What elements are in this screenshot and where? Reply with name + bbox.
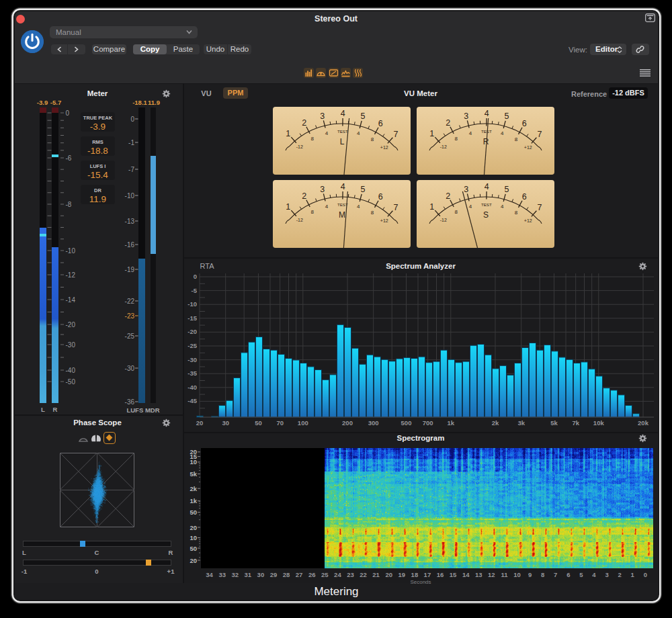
svg-text:5: 5 bbox=[505, 185, 509, 194]
svg-text:19: 19 bbox=[398, 571, 406, 578]
svg-text:4: 4 bbox=[341, 109, 345, 118]
svg-text:+12: +12 bbox=[380, 145, 388, 150]
svg-text:8: 8 bbox=[515, 210, 518, 216]
svg-text:-13: -13 bbox=[125, 218, 135, 225]
svg-text:5: 5 bbox=[579, 571, 583, 578]
svg-text:-20: -20 bbox=[66, 321, 76, 328]
svg-text:-8: -8 bbox=[66, 201, 72, 208]
svg-text:S: S bbox=[483, 210, 489, 220]
svg-text:+12: +12 bbox=[524, 218, 532, 223]
svg-text:6: 6 bbox=[378, 192, 383, 202]
svg-text:-40: -40 bbox=[187, 384, 197, 391]
svg-text:14: 14 bbox=[462, 571, 470, 578]
svg-text:1k: 1k bbox=[448, 419, 455, 427]
svg-text:300: 300 bbox=[368, 419, 379, 427]
svg-text:-12: -12 bbox=[440, 144, 447, 149]
svg-text:1: 1 bbox=[286, 202, 290, 212]
svg-text:7: 7 bbox=[538, 203, 542, 212]
svg-text:27: 27 bbox=[296, 571, 303, 578]
svg-text:22: 22 bbox=[360, 571, 367, 578]
svg-text:4: 4 bbox=[357, 130, 360, 136]
svg-text:15: 15 bbox=[450, 571, 457, 578]
svg-text:4: 4 bbox=[501, 204, 504, 210]
svg-text:24: 24 bbox=[334, 571, 341, 578]
svg-text:4: 4 bbox=[592, 571, 596, 578]
svg-text:7: 7 bbox=[394, 203, 398, 212]
svg-text:4: 4 bbox=[341, 182, 345, 191]
svg-text:33: 33 bbox=[218, 571, 226, 578]
svg-text:2: 2 bbox=[302, 118, 306, 128]
svg-text:32: 32 bbox=[231, 571, 239, 578]
svg-text:4: 4 bbox=[469, 204, 472, 210]
svg-text:21: 21 bbox=[372, 571, 380, 578]
svg-text:20: 20 bbox=[196, 419, 204, 427]
svg-text:-22: -22 bbox=[125, 298, 135, 305]
svg-text:4: 4 bbox=[325, 204, 329, 210]
svg-text:200: 200 bbox=[342, 419, 353, 427]
svg-text:3: 3 bbox=[320, 185, 325, 194]
svg-text:26: 26 bbox=[308, 571, 316, 578]
svg-text:2k: 2k bbox=[492, 419, 499, 427]
svg-text:-12: -12 bbox=[440, 218, 447, 222]
svg-text:10: 10 bbox=[513, 571, 521, 578]
svg-text:4: 4 bbox=[325, 130, 329, 136]
svg-text:50: 50 bbox=[255, 419, 262, 427]
svg-text:-1: -1 bbox=[128, 139, 134, 146]
svg-text:20: 20 bbox=[190, 524, 197, 531]
svg-text:+12: +12 bbox=[380, 218, 388, 223]
svg-text:20k: 20k bbox=[638, 419, 649, 427]
svg-text:8: 8 bbox=[310, 136, 314, 142]
svg-text:28: 28 bbox=[283, 571, 290, 578]
svg-text:2: 2 bbox=[302, 191, 306, 201]
svg-text:17: 17 bbox=[424, 571, 431, 578]
svg-text:1: 1 bbox=[429, 129, 434, 138]
svg-text:8: 8 bbox=[541, 571, 544, 578]
svg-text:-5: -5 bbox=[192, 287, 198, 294]
svg-text:TEST: TEST bbox=[481, 129, 492, 134]
svg-text:8: 8 bbox=[454, 209, 458, 215]
svg-text:2k: 2k bbox=[190, 485, 197, 492]
svg-text:20: 20 bbox=[385, 571, 392, 578]
svg-text:4: 4 bbox=[485, 182, 489, 191]
svg-text:8: 8 bbox=[371, 136, 374, 142]
svg-text:+12: +12 bbox=[524, 145, 532, 150]
svg-text:31: 31 bbox=[245, 571, 252, 578]
svg-text:13: 13 bbox=[475, 571, 482, 578]
svg-text:3: 3 bbox=[464, 112, 468, 121]
svg-text:-10: -10 bbox=[66, 247, 76, 255]
svg-text:-16: -16 bbox=[125, 241, 135, 249]
svg-text:-10: -10 bbox=[125, 192, 135, 200]
svg-text:-40: -40 bbox=[66, 367, 76, 374]
svg-text:30: 30 bbox=[257, 571, 265, 578]
svg-text:7: 7 bbox=[554, 571, 557, 578]
svg-text:-15: -15 bbox=[187, 314, 197, 322]
svg-text:3: 3 bbox=[605, 571, 608, 578]
svg-text:50: 50 bbox=[190, 545, 197, 552]
svg-text:7: 7 bbox=[394, 130, 398, 139]
svg-text:2: 2 bbox=[618, 571, 621, 578]
svg-text:1: 1 bbox=[429, 202, 434, 212]
svg-text:4: 4 bbox=[485, 109, 489, 118]
svg-text:30: 30 bbox=[222, 419, 229, 427]
svg-text:-35: -35 bbox=[187, 369, 197, 377]
svg-text:70: 70 bbox=[276, 419, 284, 427]
svg-text:10: 10 bbox=[190, 534, 197, 541]
svg-text:-14: -14 bbox=[66, 296, 76, 304]
svg-text:-12: -12 bbox=[66, 271, 76, 279]
svg-text:16: 16 bbox=[437, 571, 444, 578]
svg-text:-45: -45 bbox=[187, 397, 197, 404]
svg-text:-30: -30 bbox=[66, 341, 76, 349]
svg-text:5: 5 bbox=[505, 112, 509, 121]
svg-text:3: 3 bbox=[464, 185, 468, 194]
svg-text:34: 34 bbox=[206, 571, 213, 578]
svg-text:-6: -6 bbox=[66, 154, 72, 162]
svg-text:Seconds: Seconds bbox=[410, 579, 431, 585]
svg-text:-50: -50 bbox=[66, 378, 76, 386]
svg-text:-36: -36 bbox=[125, 398, 135, 406]
svg-text:5k: 5k bbox=[550, 419, 558, 427]
svg-text:8: 8 bbox=[515, 136, 518, 142]
svg-text:3: 3 bbox=[320, 112, 325, 121]
svg-text:8: 8 bbox=[454, 136, 458, 142]
svg-text:4: 4 bbox=[469, 130, 472, 136]
svg-text:-10: -10 bbox=[187, 300, 197, 308]
